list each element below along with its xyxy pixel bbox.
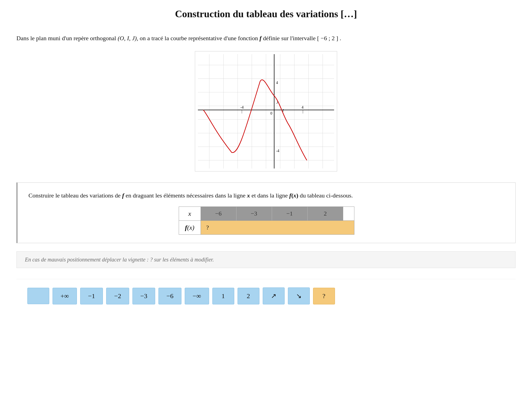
- variation-table: x −6 −3 −1 2 f(x) ?: [179, 207, 354, 235]
- x-label-cell: x: [179, 207, 201, 221]
- drag-item-1[interactable]: 1: [212, 288, 234, 304]
- drag-item-neg-inf[interactable]: −∞: [185, 288, 209, 304]
- graph-svg: -4 | 4 | 0 4 -4 I J: [195, 51, 337, 171]
- svg-text:4: 4: [302, 105, 303, 109]
- instructions-box: Construire le tableau des variations de …: [16, 182, 516, 243]
- fx-drop-zone[interactable]: ?: [201, 221, 354, 234]
- drag-item-neg3[interactable]: −3: [132, 288, 155, 304]
- x-value-2[interactable]: 2: [308, 207, 343, 220]
- draggable-items-container: +∞ −1 −2 −3 −6 −∞ 1 2 ↗ ↘ ?: [16, 279, 516, 313]
- page-title: Construction du tableau des variations […: [16, 8, 516, 22]
- fx-values-cell[interactable]: ?: [201, 221, 354, 235]
- graph-container: -4 | 4 | 0 4 -4 I J: [16, 51, 516, 171]
- intro-paragraph: Dans le plan muni d'un repère orthogonal…: [16, 33, 516, 43]
- drag-item-neg1[interactable]: −1: [80, 288, 103, 304]
- drag-item-empty[interactable]: [27, 288, 49, 304]
- drag-item-2[interactable]: 2: [238, 288, 259, 304]
- svg-text:-4: -4: [276, 149, 279, 153]
- x-value-neg6[interactable]: −6: [201, 207, 236, 220]
- x-value-neg1[interactable]: −1: [272, 207, 308, 220]
- fx-label-cell: f(x): [179, 221, 201, 235]
- drag-item-neg2[interactable]: −2: [106, 288, 129, 304]
- x-value-neg3[interactable]: −3: [236, 207, 272, 220]
- svg-text:4: 4: [276, 81, 278, 85]
- instructions-text: Construire le tableau des variations de …: [28, 191, 504, 200]
- svg-text:|: |: [241, 109, 242, 114]
- svg-text:-4: -4: [241, 105, 244, 109]
- drag-item-plus-inf[interactable]: +∞: [53, 288, 77, 304]
- svg-text:|: |: [302, 109, 303, 114]
- drag-item-arrow-down[interactable]: ↘: [288, 287, 310, 304]
- table-x-row: x −6 −3 −1 2: [179, 207, 354, 221]
- table-fx-row: f(x) ?: [179, 221, 354, 235]
- drag-item-question[interactable]: ?: [313, 288, 335, 304]
- drag-item-neg6[interactable]: −6: [158, 288, 181, 304]
- hint-box: En cas de mauvais positionnement déplace…: [16, 251, 516, 268]
- x-values-cell: −6 −3 −1 2: [201, 207, 354, 221]
- svg-text:0: 0: [270, 111, 272, 115]
- graph-area: -4 | 4 | 0 4 -4 I J: [195, 51, 337, 171]
- drag-item-arrow-up[interactable]: ↗: [263, 287, 285, 304]
